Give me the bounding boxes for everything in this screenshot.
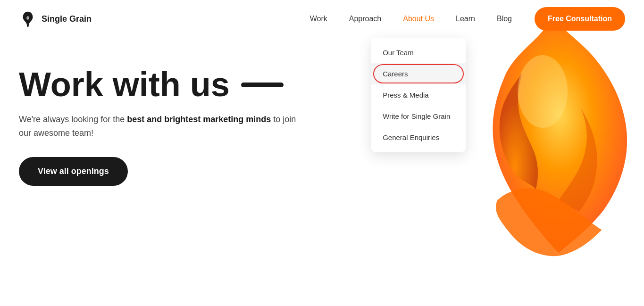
free-consultation-button[interactable]: Free Consultation xyxy=(535,7,625,31)
logo[interactable]: Single Grain xyxy=(19,10,92,28)
nav-item-work[interactable]: Work xyxy=(301,10,336,28)
main-content: Work with us We're always looking for th… xyxy=(0,38,644,186)
hero-subtitle: We're always looking for the best and br… xyxy=(19,113,302,140)
svg-point-0 xyxy=(518,55,568,128)
main-nav: Work Approach About Us Our Team Careers … xyxy=(301,7,625,31)
flame-svg xyxy=(446,19,644,264)
nav-item-approach[interactable]: Approach xyxy=(341,10,390,28)
nav-item-learn[interactable]: Learn xyxy=(447,10,484,28)
dropdown-item-our-team[interactable]: Our Team xyxy=(371,42,466,63)
dropdown-item-general-enquiries[interactable]: General Enquiries xyxy=(371,127,466,148)
about-us-dropdown: Our Team Careers Press & Media Write for… xyxy=(371,38,466,152)
nav-item-about-us[interactable]: About Us xyxy=(394,10,443,27)
nav-item-about-us-wrapper: About Us Our Team Careers Press & Media … xyxy=(394,15,443,23)
dropdown-item-write[interactable]: Write for Single Grain xyxy=(371,106,466,127)
header: Single Grain Work Approach About Us Our … xyxy=(0,0,644,38)
flame-illustration xyxy=(446,19,644,264)
dropdown-item-press-media[interactable]: Press & Media xyxy=(371,84,466,106)
hero-subtitle-plain1: We're always looking for the xyxy=(19,115,127,124)
nav-item-blog[interactable]: Blog xyxy=(488,10,520,28)
view-openings-button[interactable]: View all openings xyxy=(19,157,128,186)
hero-subtitle-bold: best and brightest marketing minds xyxy=(127,115,271,124)
logo-text: Single Grain xyxy=(42,14,92,24)
dropdown-item-careers[interactable]: Careers xyxy=(371,63,466,84)
logo-icon xyxy=(19,10,37,28)
hero-title-dash xyxy=(241,83,284,87)
